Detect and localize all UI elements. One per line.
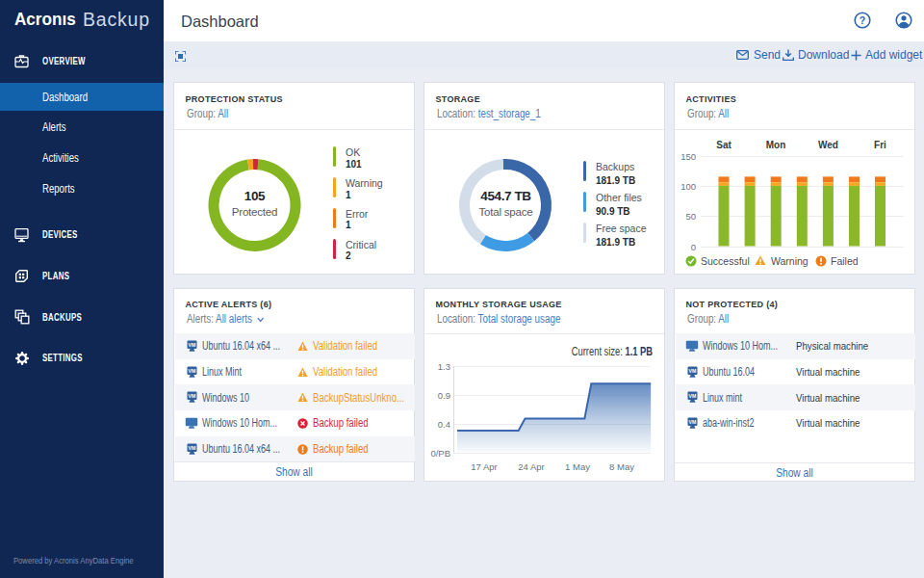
svg-text:VM: VM — [189, 342, 196, 348]
svg-text:VM: VM — [689, 368, 697, 374]
svg-text:?: ? — [860, 14, 865, 26]
svg-text:VM: VM — [189, 393, 196, 399]
svg-text:VM: VM — [189, 444, 196, 450]
svg-text:VM: VM — [689, 393, 697, 399]
svg-text:VM: VM — [189, 368, 196, 374]
svg-text:VM: VM — [689, 419, 697, 425]
